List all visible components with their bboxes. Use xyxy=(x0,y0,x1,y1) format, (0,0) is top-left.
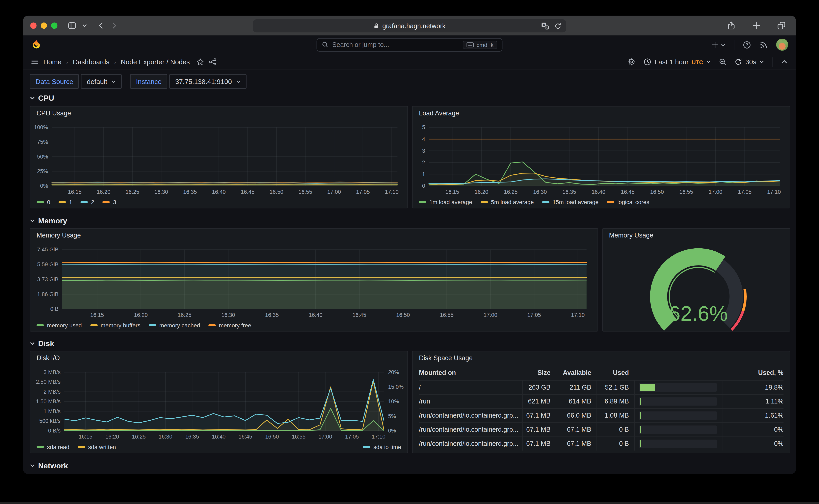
cell-used: 1.08 MB xyxy=(597,409,634,422)
variable-label[interactable]: Instance xyxy=(130,74,167,89)
tab-overview-icon[interactable] xyxy=(775,19,788,32)
news-feed-icon[interactable] xyxy=(760,40,768,49)
tab-group-chevron-icon[interactable] xyxy=(78,19,91,32)
legend-item-3[interactable]: 3 xyxy=(103,199,116,205)
svg-text:7.45 GiB: 7.45 GiB xyxy=(37,246,58,253)
svg-text:4: 4 xyxy=(422,136,425,142)
user-avatar[interactable] xyxy=(776,39,788,51)
shortcut-badge: cmd+k xyxy=(463,40,497,49)
new-menu-button[interactable] xyxy=(711,40,726,49)
column-header[interactable]: Used xyxy=(597,365,634,380)
svg-text:17:00: 17:00 xyxy=(318,433,332,440)
variable-value-dropdown[interactable]: 37.75.138.41:9100 xyxy=(169,74,246,89)
svg-text:16:15: 16:15 xyxy=(79,433,92,440)
traffic-lights xyxy=(30,22,57,28)
share-dashboard-icon[interactable] xyxy=(209,58,217,66)
panel-title[interactable]: Memory Usage xyxy=(603,229,790,242)
panel-title[interactable]: Disk I/O xyxy=(30,351,407,365)
cell-mounted-on: / xyxy=(419,381,522,394)
breadcrumb-dashboards[interactable]: Dashboards xyxy=(73,58,109,66)
legend-label: logical cores xyxy=(617,199,649,205)
window-close-button[interactable] xyxy=(30,22,36,28)
svg-text:1.50 MB/s: 1.50 MB/s xyxy=(36,398,60,404)
legend-item-1[interactable]: 1 xyxy=(59,199,72,205)
svg-text:16:20: 16:20 xyxy=(97,189,110,195)
legend-item-15m-load-average[interactable]: 15m load average xyxy=(542,199,599,205)
svg-text:3.73 GiB: 3.73 GiB xyxy=(37,276,58,282)
section-memory[interactable]: Memory xyxy=(30,217,67,225)
collapse-controls-icon[interactable] xyxy=(780,58,788,66)
dashboard-settings-icon[interactable] xyxy=(628,58,636,66)
legend-item-logical-cores[interactable]: logical cores xyxy=(607,199,649,205)
legend-item-memory-used[interactable]: memory used xyxy=(36,322,82,328)
svg-text:16:50: 16:50 xyxy=(270,189,283,195)
legend-item-0[interactable]: 0 xyxy=(36,199,50,205)
section-network[interactable]: Network xyxy=(30,461,68,470)
svg-text:16:45: 16:45 xyxy=(621,189,635,195)
cell-used: 0 B xyxy=(597,423,634,436)
column-header[interactable]: Available xyxy=(556,365,597,380)
disk-io-chart[interactable]: 16:1516:2016:2516:3016:3516:4016:4516:50… xyxy=(33,365,404,441)
legend-item-memory-cached[interactable]: memory cached xyxy=(149,322,200,328)
grafana-logo[interactable] xyxy=(31,39,42,50)
sidebar-toggle-icon[interactable] xyxy=(66,19,78,32)
svg-text:1: 1 xyxy=(422,171,425,177)
legend-label: sda io time xyxy=(373,444,401,450)
variable-value-dropdown[interactable]: default xyxy=(81,74,122,89)
usage-bar-track xyxy=(639,411,717,420)
column-header[interactable]: Mounted on xyxy=(419,365,522,380)
address-bar[interactable]: grafana.hagn.network A xyxy=(253,19,566,32)
chevron-down-icon xyxy=(721,43,726,47)
zoom-out-time-icon[interactable] xyxy=(719,58,727,66)
svg-text:17:00: 17:00 xyxy=(709,189,722,195)
svg-text:15.0%: 15.0% xyxy=(388,384,403,390)
translate-icon[interactable]: A xyxy=(541,22,549,30)
chevron-down-icon xyxy=(30,218,35,223)
menu-icon[interactable] xyxy=(31,58,39,66)
svg-text:17:05: 17:05 xyxy=(738,189,752,195)
legend-item-sda-io-time[interactable]: sda io time xyxy=(363,444,401,450)
legend-item-sda-read[interactable]: sda read xyxy=(36,444,69,450)
legend-swatch xyxy=(419,201,426,203)
legend-item-sda-written[interactable]: sda written xyxy=(78,444,116,450)
cpu-usage-chart[interactable]: 16:1516:2016:2516:3016:3516:4016:4516:50… xyxy=(33,120,404,196)
share-icon[interactable] xyxy=(725,19,737,32)
svg-text:20%: 20% xyxy=(388,369,399,375)
panel-title[interactable]: Memory Usage xyxy=(30,229,598,242)
svg-text:2 MB/s: 2 MB/s xyxy=(44,389,61,395)
reload-icon[interactable] xyxy=(554,22,562,29)
search-input[interactable]: Search or jump to... cmd+k xyxy=(316,38,503,51)
section-cpu[interactable]: CPU xyxy=(30,94,54,102)
legend-label: memory cached xyxy=(159,322,200,328)
legend-item-memory-buffers[interactable]: memory buffers xyxy=(90,322,140,328)
panel-title[interactable]: Disk Space Usage xyxy=(413,351,790,365)
column-header[interactable]: Size xyxy=(522,365,556,380)
svg-text:16:15: 16:15 xyxy=(90,312,104,318)
favorite-star-icon[interactable] xyxy=(197,58,204,66)
variable-label[interactable]: Data Source xyxy=(30,74,79,89)
forward-button[interactable] xyxy=(108,19,120,32)
legend-item-2[interactable]: 2 xyxy=(81,199,94,205)
legend-item-memory-free[interactable]: memory free xyxy=(208,322,251,328)
new-tab-icon[interactable] xyxy=(750,19,763,32)
panel-title[interactable]: Load Average xyxy=(413,107,790,120)
help-icon[interactable]: ? xyxy=(743,40,751,49)
refresh-picker[interactable]: 30s xyxy=(734,58,764,66)
svg-text:17:05: 17:05 xyxy=(356,189,370,195)
load-average-chart[interactable]: 16:1516:2016:2516:3016:3516:4016:4516:50… xyxy=(416,120,787,196)
memory-usage-chart[interactable]: 16:1516:2016:2516:3016:3516:4016:4516:50… xyxy=(33,242,595,320)
window-minimize-button[interactable] xyxy=(41,22,47,28)
usage-bar-track xyxy=(639,440,717,448)
section-disk[interactable]: Disk xyxy=(30,339,54,348)
time-range-picker[interactable]: Last 1 hour UTC xyxy=(644,58,711,66)
cell-mounted-on: /run xyxy=(419,395,522,408)
legend-item-1m-load-average[interactable]: 1m load average xyxy=(419,199,472,205)
svg-text:16:15: 16:15 xyxy=(446,189,459,195)
panel-title[interactable]: CPU Usage xyxy=(30,107,407,120)
cell-size: 621 MB xyxy=(522,395,556,408)
window-fullscreen-button[interactable] xyxy=(51,22,57,28)
breadcrumb-home[interactable]: Home xyxy=(43,58,61,66)
back-button[interactable] xyxy=(95,19,108,32)
column-header[interactable]: Used, % xyxy=(722,365,784,380)
legend-item-5m-load-average[interactable]: 5m load average xyxy=(481,199,534,205)
